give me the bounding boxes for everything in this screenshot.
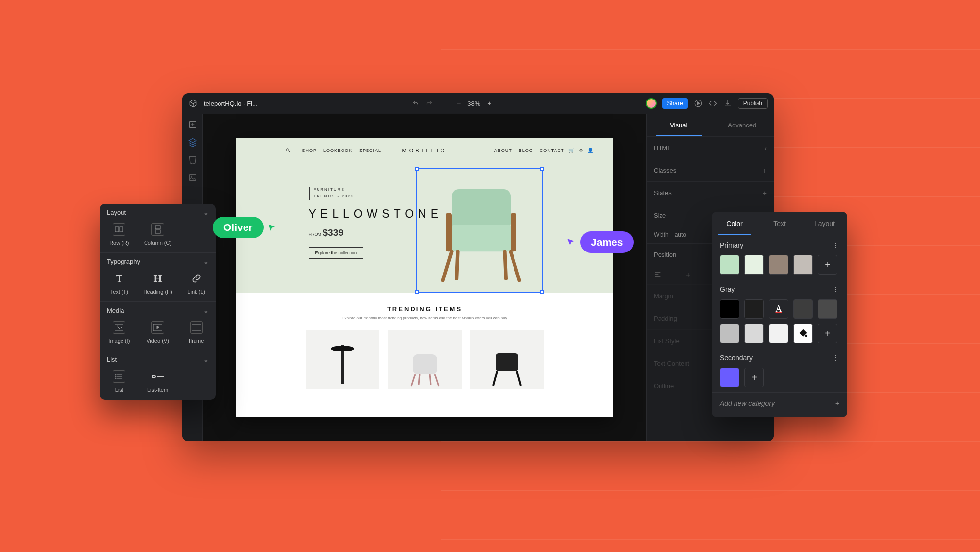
- page-canvas[interactable]: SHOP LOOKBOOK SPECIAL MOBILLIO ABOUT BLO…: [236, 138, 613, 417]
- swatch[interactable]: [744, 324, 764, 343]
- nav-about[interactable]: ABOUT: [494, 148, 512, 153]
- zoom-out-button[interactable]: −: [456, 99, 461, 108]
- swatch[interactable]: [720, 255, 739, 275]
- play-icon[interactable]: [694, 99, 703, 108]
- swatch[interactable]: [818, 299, 837, 319]
- chevron-down-icon[interactable]: ⌄: [203, 307, 209, 314]
- add-swatch-button[interactable]: +: [744, 368, 764, 387]
- avatar[interactable]: [646, 98, 657, 109]
- selection-box[interactable]: [416, 168, 543, 293]
- more-icon[interactable]: ⋮: [833, 354, 839, 362]
- nav-lookbook[interactable]: LOOKBOOK: [323, 148, 352, 153]
- fill-color-swatch[interactable]: [793, 324, 813, 343]
- insp-states[interactable]: States+: [647, 181, 774, 204]
- gray-swatches: A +: [712, 297, 847, 348]
- image-tool-icon[interactable]: [188, 173, 197, 182]
- resize-handle-br[interactable]: [540, 290, 544, 294]
- chevron-down-icon[interactable]: ⌄: [203, 258, 209, 265]
- tab-visual[interactable]: Visual: [647, 114, 710, 136]
- collab-cursor-oliver: Oliver: [213, 217, 276, 238]
- add-swatch-button[interactable]: +: [818, 255, 837, 275]
- column-icon: [151, 223, 164, 236]
- svg-rect-14: [120, 227, 123, 232]
- resize-handle-tl[interactable]: [415, 167, 419, 171]
- collab-cursor-james: James: [566, 231, 634, 253]
- swatch[interactable]: [793, 299, 813, 319]
- chevron-down-icon[interactable]: ⌄: [203, 356, 209, 363]
- undo-icon[interactable]: [412, 100, 419, 107]
- width-value[interactable]: auto: [675, 231, 686, 238]
- zoom-in-button[interactable]: +: [487, 100, 491, 107]
- hero-cta-button[interactable]: Explore the collection: [309, 247, 364, 259]
- el-image[interactable]: Image (I): [100, 321, 139, 344]
- nav-blog[interactable]: BLOG: [519, 148, 533, 153]
- align-icon[interactable]: [654, 271, 662, 279]
- swatch[interactable]: [744, 299, 764, 319]
- search-icon[interactable]: [285, 148, 291, 153]
- text-color-swatch[interactable]: A: [769, 299, 788, 319]
- sec-layout[interactable]: Layout: [107, 209, 126, 216]
- share-button[interactable]: Share: [662, 98, 688, 109]
- tab-layout[interactable]: Layout: [802, 212, 847, 235]
- el-link[interactable]: Link (L): [177, 272, 216, 295]
- swatch[interactable]: [744, 255, 764, 275]
- el-row[interactable]: Row (R): [100, 223, 139, 246]
- svg-point-27: [115, 378, 116, 379]
- trend-card[interactable]: [470, 330, 544, 389]
- tab-text[interactable]: Text: [757, 212, 802, 235]
- nav-shop[interactable]: SHOP: [302, 148, 317, 153]
- el-list[interactable]: List: [100, 370, 139, 393]
- sec-typography[interactable]: Typography: [107, 258, 140, 265]
- swatch[interactable]: [793, 255, 813, 275]
- el-column[interactable]: Column (C): [139, 223, 177, 246]
- add-swatch-button[interactable]: +: [818, 324, 837, 343]
- sec-media[interactable]: Media: [107, 307, 124, 314]
- el-iframe[interactable]: Iframe: [177, 321, 216, 344]
- css-icon[interactable]: [188, 155, 197, 165]
- nav-special[interactable]: SPECIAL: [359, 148, 381, 153]
- gear-icon[interactable]: ⚙: [579, 148, 584, 153]
- trending-subtitle: Explore our monthly most trending produc…: [261, 316, 589, 320]
- el-list-item[interactable]: List-Item: [139, 370, 177, 393]
- add-element-icon[interactable]: [188, 120, 197, 129]
- image-icon: [113, 321, 125, 334]
- code-icon[interactable]: [709, 99, 717, 108]
- el-text[interactable]: TText (T): [100, 272, 139, 295]
- swatch[interactable]: [720, 299, 739, 319]
- canvas-area[interactable]: SHOP LOOKBOOK SPECIAL MOBILLIO ABOUT BLO…: [203, 114, 646, 441]
- swatch[interactable]: [720, 324, 739, 343]
- resize-handle-tr[interactable]: [540, 167, 544, 171]
- trend-card[interactable]: [306, 330, 379, 389]
- zoom-level[interactable]: 38%: [467, 100, 480, 107]
- brand-logo[interactable]: MOBILLIO: [402, 148, 447, 153]
- swatch[interactable]: [769, 324, 788, 343]
- tab-advanced[interactable]: Advanced: [710, 114, 774, 136]
- publish-button[interactable]: Publish: [738, 98, 768, 109]
- project-title[interactable]: teleportHQ.io - Fi...: [204, 100, 258, 107]
- resize-handle-bl[interactable]: [415, 290, 419, 294]
- sec-list[interactable]: List: [107, 356, 117, 363]
- swatch[interactable]: [720, 368, 739, 387]
- download-icon[interactable]: [723, 99, 732, 108]
- redo-icon[interactable]: [426, 100, 433, 107]
- nav-contact[interactable]: CONTACT: [540, 148, 564, 153]
- insp-html[interactable]: HTML‹: [647, 136, 774, 159]
- add-category-row[interactable]: Add new category +: [712, 392, 847, 414]
- more-icon[interactable]: ⋮: [833, 285, 839, 293]
- layers-icon[interactable]: [188, 137, 197, 147]
- plus-icon[interactable]: +: [686, 271, 690, 279]
- tab-color[interactable]: Color: [712, 212, 757, 235]
- svg-point-30: [805, 335, 807, 336]
- svg-point-28: [152, 375, 155, 378]
- swatch[interactable]: [769, 255, 788, 275]
- chevron-down-icon[interactable]: ⌄: [203, 209, 209, 216]
- user-icon[interactable]: 👤: [588, 148, 594, 153]
- el-video[interactable]: Video (V): [139, 321, 177, 344]
- more-icon[interactable]: ⋮: [833, 241, 839, 249]
- svg-rect-15: [155, 226, 160, 229]
- trend-card[interactable]: [388, 330, 462, 389]
- insp-classes[interactable]: Classes+: [647, 159, 774, 181]
- el-heading[interactable]: HHeading (H): [139, 272, 177, 295]
- plus-icon: +: [835, 400, 839, 407]
- cart-icon[interactable]: 🛒: [568, 148, 575, 153]
